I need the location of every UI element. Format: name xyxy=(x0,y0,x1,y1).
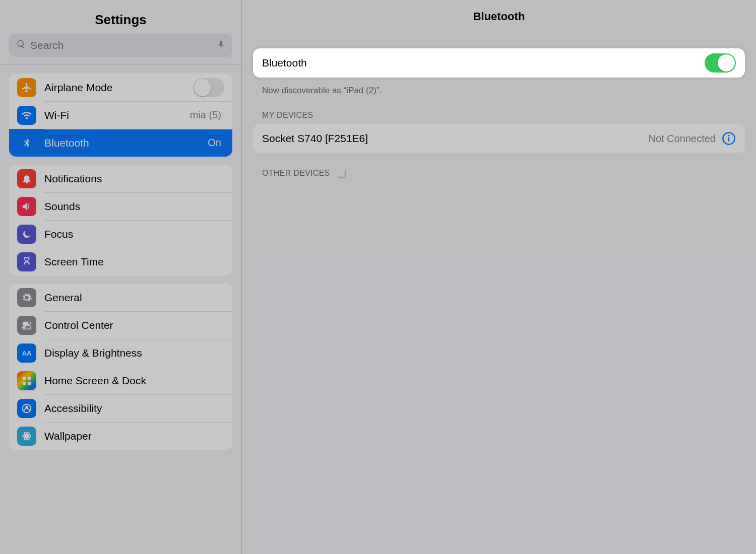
sidebar-item-sounds[interactable]: Sounds xyxy=(9,192,232,220)
discoverable-footnote: Now discoverable as “iPad (2)”. xyxy=(262,86,736,96)
svg-point-2 xyxy=(28,322,30,324)
speaker-icon xyxy=(17,197,36,216)
sidebar-item-bluetooth[interactable]: BluetoothOn xyxy=(9,129,232,157)
detail-pane: Bluetooth Bluetooth Now discoverable as … xyxy=(242,0,756,554)
grid-icon xyxy=(17,371,36,390)
switches-icon xyxy=(17,316,36,335)
hourglass-icon xyxy=(17,252,36,271)
sidebar-item-accessibility[interactable]: Accessibility xyxy=(9,394,232,422)
bluetooth-icon xyxy=(17,133,36,153)
sidebar-group: Airplane ModeWi-Fimia (5)BluetoothOn xyxy=(9,74,232,157)
flower-icon xyxy=(17,427,36,446)
sidebar-group: GeneralControl CenterAADisplay & Brightn… xyxy=(9,284,232,450)
sidebar-item-notifications[interactable]: Notifications xyxy=(9,165,232,192)
search-field[interactable] xyxy=(9,34,232,57)
sidebar-item-wifi[interactable]: Wi-Fimia (5) xyxy=(9,101,232,129)
sidebar-item-label: Airplane Mode xyxy=(44,82,193,94)
sidebar-item-label: Focus xyxy=(44,228,224,240)
sidebar-item-label: General xyxy=(44,292,224,304)
sidebar-item-label: Display & Brightness xyxy=(44,347,224,359)
sidebar-item-label: Screen Time xyxy=(44,256,224,268)
sidebar-item-label: Accessibility xyxy=(44,402,224,414)
sidebar-item-label: Control Center xyxy=(44,319,224,331)
airplane-icon xyxy=(17,78,36,97)
sidebar-item-label: Home Screen & Dock xyxy=(44,375,224,387)
wifi-icon xyxy=(17,106,36,125)
my-devices-list: Socket S740 [F251E6]Not Connected xyxy=(253,124,745,153)
settings-sidebar: Settings Airplane ModeWi-Fimia (5)Blueto… xyxy=(0,0,242,554)
moon-icon xyxy=(17,225,36,244)
sidebar-item-detail: mia (5) xyxy=(190,109,221,121)
sidebar-item-focus[interactable]: Focus xyxy=(9,220,232,248)
sidebar-item-homescreen[interactable]: Home Screen & Dock xyxy=(9,367,232,394)
sidebar-item-detail: On xyxy=(208,137,221,149)
sidebar-item-label: Bluetooth xyxy=(44,137,208,149)
page-title: Settings xyxy=(0,5,241,34)
sidebar-group: NotificationsSoundsFocusScreen Time xyxy=(9,165,232,275)
svg-point-17 xyxy=(728,135,729,136)
sidebar-item-airplane[interactable]: Airplane Mode xyxy=(9,74,232,101)
detail-title: Bluetooth xyxy=(242,0,756,33)
sidebar-item-wallpaper[interactable]: Wallpaper xyxy=(9,422,232,450)
svg-rect-6 xyxy=(28,376,31,379)
person-icon xyxy=(17,399,36,418)
svg-rect-7 xyxy=(23,381,26,384)
device-row[interactable]: Socket S740 [F251E6]Not Connected xyxy=(253,124,745,153)
svg-rect-8 xyxy=(28,381,31,384)
search-input[interactable] xyxy=(30,39,217,51)
sidebar-item-label: Notifications xyxy=(44,173,224,185)
info-icon[interactable] xyxy=(722,131,736,146)
device-name: Socket S740 [F251E6] xyxy=(262,132,649,145)
sidebar-item-display[interactable]: AADisplay & Brightness xyxy=(9,339,232,367)
other-devices-header: OTHER DEVICES xyxy=(262,168,736,178)
scanning-spinner-icon xyxy=(336,168,346,178)
bluetooth-toggle[interactable] xyxy=(705,53,736,73)
bluetooth-toggle-label: Bluetooth xyxy=(262,57,705,69)
device-status: Not Connected xyxy=(649,133,716,145)
microphone-icon[interactable] xyxy=(217,39,225,52)
airplane-toggle[interactable] xyxy=(193,78,224,97)
svg-text:AA: AA xyxy=(22,349,32,357)
svg-point-3 xyxy=(23,326,26,328)
sidebar-header: Settings xyxy=(0,0,241,64)
bluetooth-toggle-row: Bluetooth xyxy=(253,48,745,78)
sidebar-item-label: Sounds xyxy=(44,200,224,213)
sidebar-item-general[interactable]: General xyxy=(9,284,232,311)
gear-icon xyxy=(17,288,36,307)
sidebar-item-label: Wallpaper xyxy=(44,430,224,442)
svg-rect-5 xyxy=(23,376,26,379)
sidebar-item-label: Wi-Fi xyxy=(44,109,190,121)
search-icon xyxy=(16,39,26,51)
sidebar-item-screentime[interactable]: Screen Time xyxy=(9,248,232,275)
aa-icon: AA xyxy=(17,343,36,363)
bell-icon xyxy=(17,169,36,188)
svg-rect-16 xyxy=(728,137,729,142)
sidebar-item-controlcenter[interactable]: Control Center xyxy=(9,311,232,339)
my-devices-header: MY DEVICES xyxy=(262,111,736,120)
